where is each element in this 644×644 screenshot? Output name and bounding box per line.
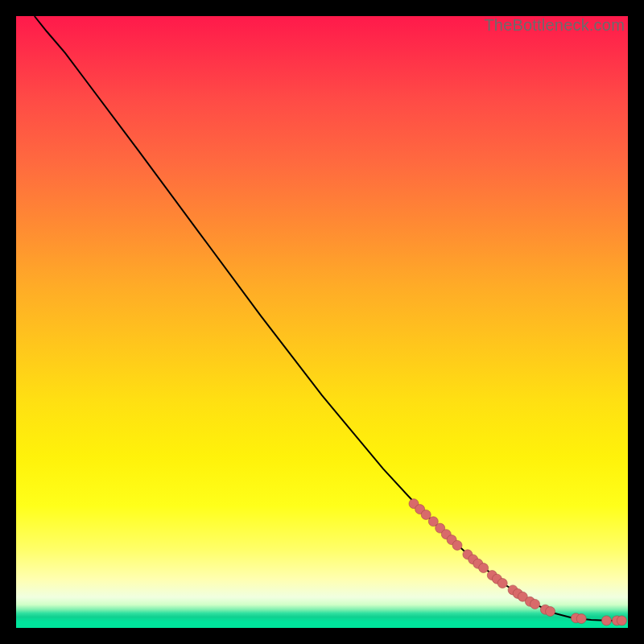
main-curve	[35, 16, 622, 621]
scatter-dot	[421, 510, 431, 519]
scatter-dot	[576, 614, 586, 624]
scatter-dot	[617, 616, 626, 625]
scatter-dot	[452, 540, 462, 550]
scatter-dot	[530, 599, 540, 609]
scatter-dot	[601, 616, 611, 625]
chart-frame: TheBottleneck.com	[16, 16, 628, 628]
scatter-dot	[479, 564, 489, 573]
scatter-dot	[546, 607, 555, 617]
scatter-dots-group	[409, 499, 626, 625]
scatter-dot	[497, 579, 507, 588]
chart-svg	[16, 16, 628, 628]
